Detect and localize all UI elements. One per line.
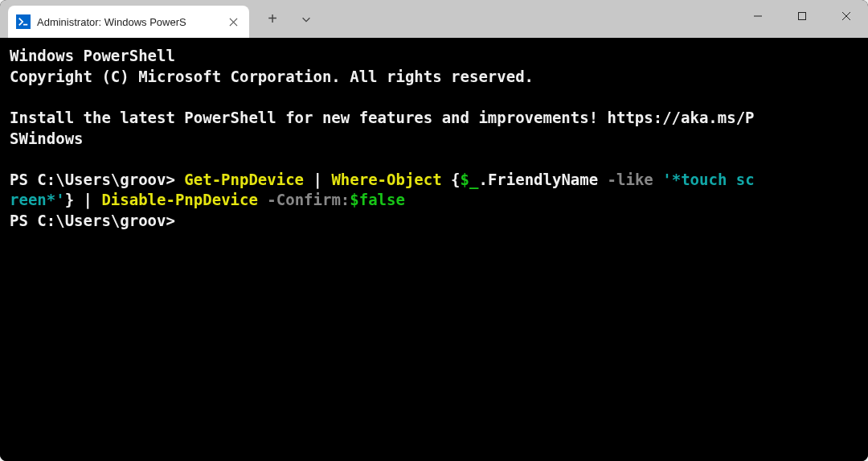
operator-like: -like: [608, 171, 663, 188]
tab-close-button[interactable]: [225, 14, 241, 30]
param-confirm: -Confirm:: [267, 191, 350, 208]
tab-dropdown-button[interactable]: [289, 4, 323, 35]
header-line-1: Windows PowerShell: [10, 47, 175, 64]
maximize-button[interactable]: [780, 0, 824, 32]
pipe-1: |: [313, 171, 332, 188]
header-line-2: Copyright (C) Microsoft Corporation. All…: [10, 68, 534, 85]
property: .FriendlyName: [478, 171, 607, 188]
active-tab[interactable]: Administrator: Windows PowerS: [8, 6, 249, 38]
window-controls: [735, 0, 868, 32]
install-message-1: Install the latest PowerShell for new fe…: [10, 109, 755, 126]
brace-open: {: [451, 171, 460, 188]
close-button[interactable]: [824, 0, 868, 32]
brace-close: }: [65, 191, 84, 208]
terminal-content[interactable]: Windows PowerShell Copyright (C) Microso…: [0, 38, 868, 461]
false-value: $false: [350, 191, 405, 208]
install-message-2: SWindows: [10, 130, 84, 147]
cmdlet-disable: Disable-PnpDevice: [101, 191, 267, 208]
tab-title: Administrator: Windows PowerS: [37, 16, 219, 28]
titlebar: Administrator: Windows PowerS +: [0, 0, 868, 38]
string-part-1: '*touch sc: [662, 171, 754, 188]
titlebar-actions: +: [256, 0, 323, 38]
cmdlet-get: Get-PnpDevice: [184, 171, 313, 188]
prompt-1: PS C:\Users\groov>: [10, 171, 184, 188]
svg-rect-4: [798, 13, 805, 20]
pipeline-var: $_: [461, 171, 479, 188]
pipe-2: |: [84, 191, 102, 208]
string-part-2: reen*': [10, 191, 65, 208]
minimize-button[interactable]: [735, 0, 780, 32]
new-tab-button[interactable]: +: [256, 4, 289, 35]
prompt-2: PS C:\Users\groov>: [10, 212, 175, 229]
powershell-icon: [16, 14, 31, 29]
terminal-window: Administrator: Windows PowerS + Windows …: [0, 0, 868, 461]
cmdlet-where: Where-Object: [331, 171, 451, 188]
